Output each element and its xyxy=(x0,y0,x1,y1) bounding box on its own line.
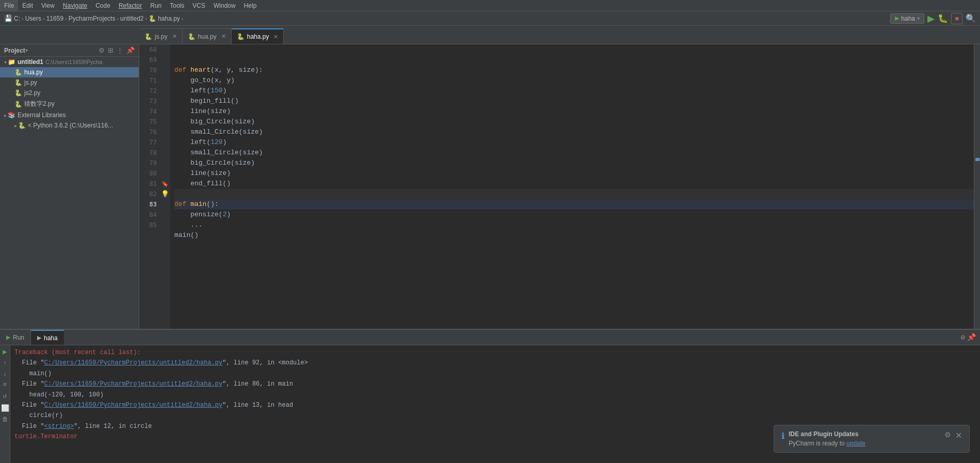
code-lines[interactable]: def heart(x, y, size): go_to(x, y) left(… xyxy=(170,44,974,329)
link-2[interactable]: C:/Users/11659/PycharmProjects/untitled2… xyxy=(44,380,223,388)
tree-item-python[interactable]: ▸ 🐍 < Python 3.6.2 (C:\Users\116... xyxy=(0,120,139,131)
menu-window[interactable]: Window xyxy=(209,0,240,11)
sidebar-gear-icon[interactable]: ⚙ xyxy=(99,46,105,54)
breadcrumb-sep-2: › xyxy=(43,15,45,22)
tree-hua-label: hua.py xyxy=(24,69,43,76)
stop-icon: ■ xyxy=(955,15,958,22)
sidebar-settings-icon[interactable]: ⋮ xyxy=(117,46,123,54)
breadcrumb-sep-1: › xyxy=(22,15,24,22)
code-line-73: begin_fill() xyxy=(174,96,974,106)
menu-navigate[interactable]: Navigate xyxy=(59,0,91,11)
line-num-76: 76 xyxy=(139,127,157,137)
breadcrumb-users[interactable]: Users xyxy=(25,15,41,22)
debug-button[interactable]: 🐛 xyxy=(938,13,948,23)
code-line-80: line(size) xyxy=(174,168,974,179)
notification-update-link[interactable]: update xyxy=(846,440,865,447)
menubar: File Edit View Navigate Code Refactor Ru… xyxy=(0,0,980,11)
console-line-3: main() xyxy=(14,369,976,379)
code-line-86: main() xyxy=(174,230,974,241)
code-area: 68 69 70 71 72 73 74 75 76 77 78 79 80 8… xyxy=(139,44,980,329)
tab-close-3[interactable]: ✕ xyxy=(273,34,278,40)
tree-untitled1-path: C:\Users\11659\Pycha xyxy=(45,59,102,65)
tree-untitled1-label: untitled1 xyxy=(18,58,43,66)
play-button[interactable]: ▶ xyxy=(927,13,935,24)
main-layout: Project ▾ ⚙ ⊞ ⋮ 📌 ▾ 📁 untitled1 C:\Users… xyxy=(0,44,980,329)
breadcrumb-sep-5: › xyxy=(145,15,147,22)
line-num-73: 73 xyxy=(139,96,157,106)
line-num-75: 75 xyxy=(139,117,157,127)
tab-close-2[interactable]: ✕ xyxy=(221,33,226,40)
tab-haha-py[interactable]: 🐍 haha.py ✕ xyxy=(232,28,284,44)
console-filter-icon[interactable]: ≡ xyxy=(3,381,7,389)
sidebar-title: Project xyxy=(4,47,25,54)
bottom-settings-icon[interactable]: ⚙ xyxy=(961,333,965,342)
breadcrumb-drive[interactable]: C: xyxy=(14,15,20,22)
tab-js-py[interactable]: 🐍 js.py ✕ xyxy=(139,28,183,44)
sidebar-header-icons: ⚙ ⊞ ⋮ 📌 xyxy=(99,46,135,54)
line-num-78: 78 xyxy=(139,148,157,158)
tab-hua-py[interactable]: 🐍 hua.py ✕ xyxy=(183,28,232,44)
link-3[interactable]: C:/Users/11659/PycharmProjects/untitled2… xyxy=(44,402,223,409)
link-4[interactable]: <string> xyxy=(44,423,74,430)
notification-popup: ℹ IDE and Plugin Updates PyCharm is read… xyxy=(774,425,970,453)
link-1[interactable]: C:/Users/11659/PycharmProjects/untitled2… xyxy=(44,359,223,366)
tab-bar: 🐍 js.py ✕ 🐍 hua.py ✕ 🐍 haha.py ✕ xyxy=(0,26,980,44)
right-error-indicator xyxy=(974,44,980,329)
menu-code[interactable]: Code xyxy=(91,0,115,11)
tree-item-hua-py[interactable]: 🐍 hua.py xyxy=(0,67,139,77)
search-button[interactable]: 🔍 xyxy=(966,13,976,23)
console-line-4: File "C:/Users/11659/PycharmProjects/unt… xyxy=(14,379,976,389)
tree-item-external-libs[interactable]: ▸ 📚 External Libraries xyxy=(0,110,139,120)
console-down-icon[interactable]: ↓ xyxy=(3,370,7,378)
tree-item-js2-py[interactable]: 🐍 js2.py xyxy=(0,88,139,98)
notification-title: IDE and Plugin Updates xyxy=(789,430,940,438)
tab-haha-label: haha.py xyxy=(247,33,269,40)
sidebar-dropdown-icon[interactable]: ▾ xyxy=(25,47,28,53)
bottom-haha-label: haha xyxy=(44,334,58,342)
tab-close-1[interactable]: ✕ xyxy=(172,33,177,40)
menu-vcs[interactable]: VCS xyxy=(188,0,209,11)
tree-python-label: < Python 3.6.2 (C:\Users\116... xyxy=(28,122,113,129)
notification-close-icon[interactable]: ✕ xyxy=(955,430,962,440)
tree-item-js-py[interactable]: 🐍 js.py xyxy=(0,77,139,88)
libs-icon: 📚 xyxy=(8,111,15,119)
code-line-75: big_Circle(size) xyxy=(174,117,974,127)
sidebar-header: Project ▾ ⚙ ⊞ ⋮ 📌 xyxy=(0,44,139,57)
notification-content: IDE and Plugin Updates PyCharm is ready … xyxy=(789,430,940,447)
sidebar-pin-icon[interactable]: 📌 xyxy=(126,46,135,54)
bottom-pin-icon[interactable]: 📌 xyxy=(967,333,976,342)
file-py-icon-hua: 🐍 xyxy=(14,69,22,76)
breadcrumb-file[interactable]: haha.py xyxy=(158,15,180,22)
notification-settings-icon[interactable]: ⚙ xyxy=(944,430,951,439)
console-up-icon[interactable]: ↑ xyxy=(3,359,7,367)
gutter-area: 68 69 70 71 72 73 74 75 76 77 78 79 80 8… xyxy=(139,44,170,329)
tab-py-icon-3: 🐍 xyxy=(237,33,244,40)
menu-run[interactable]: Run xyxy=(146,0,166,11)
breadcrumb-untitled2[interactable]: untitled2 xyxy=(120,15,143,22)
console-stop-icon[interactable]: ⬜ xyxy=(1,404,9,412)
run-config-dropdown[interactable]: ▶ haha ▾ xyxy=(890,13,924,24)
tree-item-guess-py[interactable]: 🐍 猜数字2.py xyxy=(0,98,139,110)
sidebar-expand-icon[interactable]: ⊞ xyxy=(108,46,113,54)
menu-tools[interactable]: Tools xyxy=(166,0,188,11)
bottom-tab-run[interactable]: ▶ Run xyxy=(0,330,31,345)
bottom-tab-haha[interactable]: ▶ haha xyxy=(31,330,64,345)
menu-file[interactable]: File xyxy=(0,0,18,11)
console-trash-icon[interactable]: 🗑 xyxy=(2,416,8,423)
code-line-78: small_Circle(size) xyxy=(174,148,974,158)
tree-item-untitled1[interactable]: ▾ 📁 untitled1 C:\Users\11659\Pycha xyxy=(0,57,139,67)
notification-text: PyCharm is ready to xyxy=(789,440,846,447)
line-num-83: 83 xyxy=(139,199,157,210)
menu-view[interactable]: View xyxy=(37,0,59,11)
menu-edit[interactable]: Edit xyxy=(18,0,37,11)
tree-js-label: js.py xyxy=(24,79,37,86)
menu-refactor[interactable]: Refactor xyxy=(115,0,146,11)
stop-button[interactable]: ■ xyxy=(951,13,962,24)
console-run-icon[interactable]: ▶ xyxy=(3,347,7,356)
code-line-82 xyxy=(174,189,974,199)
menu-help[interactable]: Help xyxy=(240,0,261,11)
tree-js2-label: js2.py xyxy=(24,89,40,97)
breadcrumb-pycharmprojects[interactable]: PycharmProjects xyxy=(69,15,116,22)
console-rerun-icon[interactable]: ↺ xyxy=(3,392,7,400)
breadcrumb-11659[interactable]: 11659 xyxy=(46,15,63,22)
